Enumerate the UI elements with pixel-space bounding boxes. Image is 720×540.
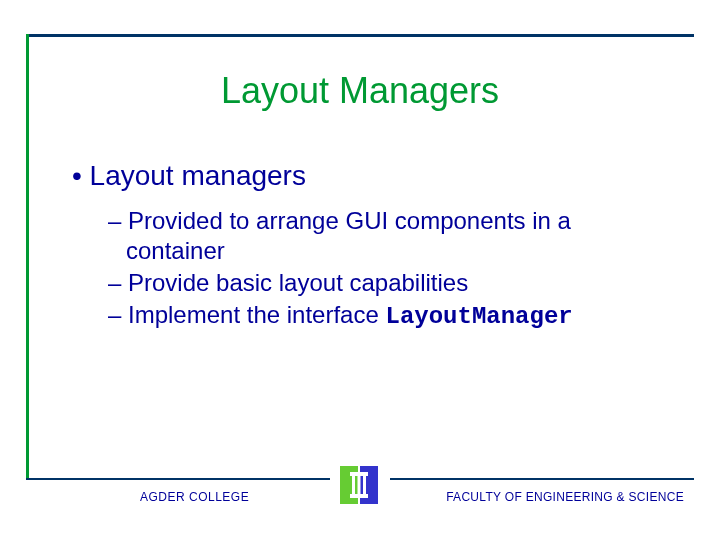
footer-right: FACULTY OF ENGINEERING & SCIENCE [446,490,684,504]
slide-title: Layout Managers [0,70,720,112]
svg-rect-0 [340,466,358,504]
bullet-level2: – Implement the interface LayoutManager [108,300,670,332]
svg-rect-4 [358,476,361,494]
footer-left: AGDER COLLEGE [140,490,249,504]
code-text: LayoutManager [385,303,572,330]
bullet-level2: – Provided to arrange GUI components in … [108,206,670,266]
top-rule [26,34,694,37]
bullet-text: – Implement the interface [108,301,385,328]
svg-rect-3 [352,476,355,494]
slide-body: • Layout managers – Provided to arrange … [72,160,670,334]
svg-rect-6 [350,494,368,498]
bullet-level2: – Provide basic layout capabilities [108,268,670,298]
college-logo-icon [336,462,382,508]
slide: Layout Managers • Layout managers – Prov… [0,0,720,540]
svg-rect-5 [363,476,366,494]
svg-rect-2 [350,472,368,476]
bullet-level1: • Layout managers [72,160,670,192]
svg-rect-1 [360,466,378,504]
